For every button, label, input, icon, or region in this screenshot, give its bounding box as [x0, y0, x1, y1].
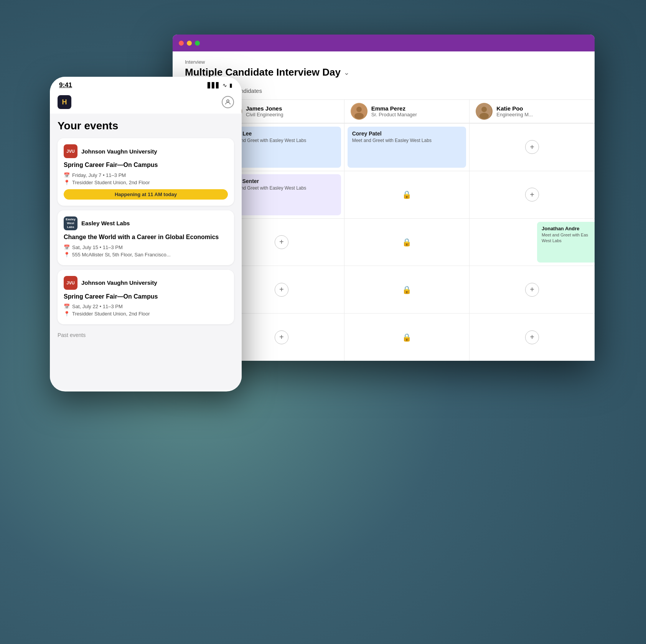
slot-emma-1: Corey Patel Meet and Greet with Easley W… — [344, 124, 470, 171]
svg-point-5 — [356, 107, 362, 112]
desktop-titlebar — [173, 35, 595, 51]
calendar-icon-1: 📅 — [64, 172, 70, 178]
add-button-james-3[interactable]: + — [275, 235, 288, 249]
event-title-3: Spring Career Fair—On Campus — [64, 293, 228, 301]
meeting-card-jonathan[interactable]: Jonathan Andre Meet and Greet with Eas W… — [537, 222, 595, 263]
mobile-app-frame: 9:41 ▋▋▋ ∿ ▮ H Your events JVU Johnson V… — [50, 77, 242, 391]
minimize-dot[interactable] — [187, 41, 192, 46]
org-logo-jvu-3: JVU — [64, 276, 77, 290]
mobile-status-bar: 9:41 ▋▋▋ ∿ ▮ — [50, 77, 242, 92]
slot-emma-2: 🔒 — [344, 171, 470, 218]
chevron-down-icon[interactable]: ⌄ — [344, 68, 349, 77]
past-events-label: Past events — [58, 329, 234, 341]
slot-katie-5: + — [469, 314, 595, 361]
candidate-col-katie: Katie Poo Engineering M... — [469, 100, 595, 123]
maximize-dot[interactable] — [195, 41, 200, 46]
event-location-1: 📍 Tresidder Student Union, 2nd Floor — [64, 180, 228, 185]
tabs-container: Meetings Candidates — [185, 84, 582, 99]
event-title-2: Change the World with a Career in Global… — [64, 233, 228, 241]
event-card-2[interactable]: EasleyWestLabs Easley West Labs Change t… — [58, 210, 234, 265]
slot-katie-2: + — [469, 171, 595, 218]
event-badge-1: Happening at 11 AM today — [64, 189, 228, 200]
svg-point-6 — [354, 113, 364, 119]
slot-katie-4: + — [469, 266, 595, 313]
svg-point-8 — [481, 107, 487, 112]
event-title-1: Spring Career Fair—On Campus — [64, 161, 228, 169]
add-button-katie-4[interactable]: + — [525, 283, 539, 297]
lock-icon-emma-5: 🔒 — [402, 333, 412, 342]
lock-icon-emma-3: 🔒 — [402, 238, 412, 247]
candidate-name-katie: Katie Poo — [496, 105, 533, 112]
event-date-3: 📅 Sat, July 22 • 11–3 PM — [64, 304, 228, 309]
jonathan-desc: Meet and Greet with Eas West Labs — [542, 232, 594, 244]
org-name-3: Johnson Vaughn University — [81, 279, 157, 286]
add-button-katie-5[interactable]: + — [525, 330, 539, 344]
org-name-1: Johnson Vaughn University — [81, 148, 157, 155]
slot-emma-3: 🔒 — [344, 219, 470, 266]
avatar-katie — [476, 103, 493, 120]
signal-icon: ▋▋▋ — [208, 82, 220, 88]
candidate-name-james: James Jones — [246, 105, 283, 112]
lock-icon-emma-2: 🔒 — [402, 190, 412, 199]
location-icon-2: 📍 — [64, 252, 70, 258]
candidate-role-katie: Engineering M... — [496, 112, 533, 117]
svg-point-9 — [480, 113, 489, 119]
app-logo: H — [58, 95, 71, 109]
event-location-2: 📍 555 McAllister St, 5th Floor, San Fran… — [64, 252, 228, 258]
meeting-card-corey[interactable]: Corey Patel Meet and Greet with Easley W… — [348, 127, 466, 168]
add-button-james-4[interactable]: + — [275, 283, 288, 297]
event-date-1: 📅 Friday, July 7 • 11–3 PM — [64, 172, 228, 178]
page-title-row: Multiple Candidate Interview Day ⌄ — [185, 66, 582, 78]
add-button-katie-2[interactable]: + — [525, 188, 539, 201]
event-date-2: 📅 Sat, July 15 • 11–3 PM — [64, 244, 228, 250]
slot-emma-5: 🔒 — [344, 314, 470, 361]
candidate-col-emma: Emma Perez Sr. Product Manager — [344, 100, 470, 123]
battery-icon: ▮ — [229, 82, 232, 88]
add-button-james-5[interactable]: + — [275, 330, 288, 344]
add-button-katie-1[interactable]: + — [525, 140, 539, 154]
org-logo-ewl: EasleyWestLabs — [64, 216, 77, 230]
mobile-app-header: H — [50, 92, 242, 114]
mobile-time: 9:41 — [59, 81, 72, 89]
your-events-title: Your events — [58, 120, 234, 132]
slot-katie-1: + — [469, 124, 595, 171]
wifi-icon: ∿ — [222, 82, 227, 88]
org-name-2: Easley West Labs — [81, 220, 130, 226]
event-card-3[interactable]: JVU Johnson Vaughn University Spring Car… — [58, 270, 234, 325]
calendar-icon-2: 📅 — [64, 244, 70, 250]
location-icon-1: 📍 — [64, 180, 70, 185]
breadcrumb: Interview — [185, 59, 582, 65]
event-card-1[interactable]: JVU Johnson Vaughn University Spring Car… — [58, 138, 234, 206]
event-org-row-3: JVU Johnson Vaughn University — [64, 276, 228, 290]
avatar-emma — [351, 103, 367, 120]
event-org-row-2: EasleyWestLabs Easley West Labs — [64, 216, 228, 230]
profile-icon[interactable] — [222, 96, 234, 108]
lock-icon-emma-4: 🔒 — [402, 285, 412, 294]
org-logo-jvu-1: JVU — [64, 144, 77, 158]
candidate-role-james: Civil Engineering — [246, 112, 283, 117]
slot-katie-3: Jonathan Andre Meet and Greet with Eas W… — [469, 219, 595, 266]
candidate-name-emma: Emma Perez — [371, 105, 417, 112]
mobile-status-icons: ▋▋▋ ∿ ▮ — [208, 82, 232, 88]
candidate-role-emma: Sr. Product Manager — [371, 112, 417, 117]
jonathan-name: Jonathan Andre — [542, 226, 594, 231]
mobile-content: Your events JVU Johnson Vaughn Universit… — [50, 114, 242, 390]
svg-point-0 — [227, 100, 229, 102]
calendar-icon-3: 📅 — [64, 304, 70, 309]
location-icon-3: 📍 — [64, 311, 70, 317]
event-location-3: 📍 Tresidder Student Union, 2nd Floor — [64, 311, 228, 317]
event-org-row-1: JVU Johnson Vaughn University — [64, 144, 228, 158]
slot-emma-4: 🔒 — [344, 266, 470, 313]
close-dot[interactable] — [179, 41, 184, 46]
